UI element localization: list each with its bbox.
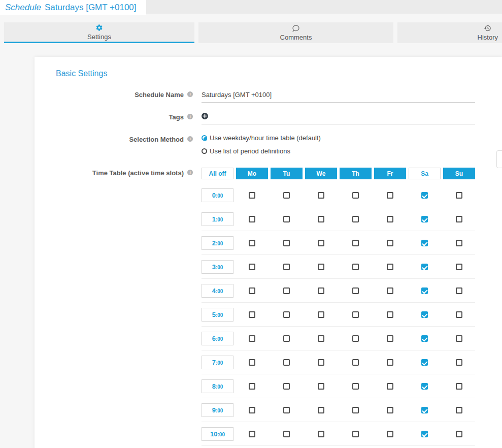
time-slot-button[interactable]: 3:00 (202, 260, 233, 274)
timeslot-checkbox[interactable] (421, 311, 428, 318)
timeslot-checkbox[interactable] (352, 407, 359, 413)
timeslot-checkbox[interactable] (318, 264, 324, 270)
info-icon[interactable] (187, 170, 193, 175)
timeslot-checkbox[interactable] (283, 311, 290, 318)
timeslot-checkbox[interactable] (283, 383, 290, 390)
info-icon[interactable] (187, 136, 193, 142)
timeslot-checkbox[interactable] (352, 383, 359, 390)
timeslot-checkbox[interactable] (387, 192, 393, 199)
day-toggle-tu[interactable]: Tu (271, 168, 303, 179)
timeslot-checkbox[interactable] (283, 287, 290, 294)
timeslot-checkbox[interactable] (421, 192, 428, 199)
timeslot-checkbox[interactable] (352, 192, 359, 199)
tags-input-area[interactable] (202, 112, 475, 125)
timeslot-checkbox[interactable] (318, 383, 324, 390)
timeslot-checkbox[interactable] (249, 311, 255, 318)
day-toggle-th[interactable]: Th (340, 168, 372, 179)
timeslot-checkbox[interactable] (318, 335, 324, 342)
timeslot-checkbox[interactable] (456, 383, 462, 390)
timeslot-checkbox[interactable] (352, 431, 359, 437)
radio-option-periods[interactable]: Use list of period definitions (202, 147, 475, 155)
timeslot-checkbox[interactable] (318, 359, 324, 366)
timeslot-checkbox[interactable] (318, 407, 324, 413)
timeslot-checkbox[interactable] (318, 216, 324, 222)
timeslot-checkbox[interactable] (456, 240, 462, 246)
day-toggle-sa[interactable]: Sa (409, 168, 441, 179)
time-slot-button[interactable]: 0:00 (202, 188, 233, 202)
side-panel-handle[interactable] (496, 150, 502, 168)
timeslot-checkbox[interactable] (456, 311, 462, 318)
timeslot-checkbox[interactable] (283, 264, 290, 270)
timeslot-checkbox[interactable] (387, 240, 393, 246)
timeslot-checkbox[interactable] (387, 287, 393, 294)
timeslot-checkbox[interactable] (421, 383, 428, 390)
timeslot-checkbox[interactable] (421, 287, 428, 294)
timeslot-checkbox[interactable] (283, 407, 290, 413)
timeslot-checkbox[interactable] (249, 287, 255, 294)
timeslot-checkbox[interactable] (421, 216, 428, 222)
timeslot-checkbox[interactable] (318, 192, 324, 199)
timeslot-checkbox[interactable] (387, 264, 393, 270)
timeslot-checkbox[interactable] (249, 407, 255, 413)
timeslot-checkbox[interactable] (421, 335, 428, 342)
day-toggle-we[interactable]: We (305, 168, 337, 179)
timeslot-checkbox[interactable] (283, 335, 290, 342)
timeslot-checkbox[interactable] (249, 216, 255, 222)
radio-option-timetable[interactable]: Use weekday/hour time table (default) (202, 134, 475, 142)
schedule-name-input[interactable]: Saturdays [GMT +0100] (202, 89, 475, 103)
time-slot-button[interactable]: 5:00 (202, 308, 233, 322)
timeslot-checkbox[interactable] (352, 216, 359, 222)
timeslot-checkbox[interactable] (387, 311, 393, 318)
add-tag-button[interactable] (202, 113, 208, 121)
tab-settings[interactable]: Settings (4, 22, 194, 43)
timeslot-checkbox[interactable] (421, 240, 428, 246)
timeslot-checkbox[interactable] (283, 216, 290, 222)
timeslot-checkbox[interactable] (456, 407, 462, 413)
timeslot-checkbox[interactable] (387, 431, 393, 437)
day-toggle-fr[interactable]: Fr (374, 168, 406, 179)
timeslot-checkbox[interactable] (456, 431, 462, 437)
timeslot-checkbox[interactable] (249, 264, 255, 270)
timeslot-checkbox[interactable] (318, 240, 324, 246)
timeslot-checkbox[interactable] (387, 383, 393, 390)
day-toggle-mo[interactable]: Mo (236, 168, 268, 179)
time-slot-button[interactable]: 10:00 (202, 427, 233, 441)
timeslot-checkbox[interactable] (352, 240, 359, 246)
timeslot-checkbox[interactable] (318, 287, 324, 294)
timeslot-checkbox[interactable] (318, 431, 324, 437)
timeslot-checkbox[interactable] (387, 335, 393, 342)
timeslot-checkbox[interactable] (456, 192, 462, 199)
timeslot-checkbox[interactable] (283, 240, 290, 246)
tab-history[interactable]: History (397, 22, 502, 43)
timeslot-checkbox[interactable] (283, 359, 290, 366)
day-toggle-su[interactable]: Su (443, 168, 475, 179)
timeslot-checkbox[interactable] (421, 264, 428, 270)
timeslot-checkbox[interactable] (456, 287, 462, 294)
timeslot-checkbox[interactable] (387, 359, 393, 366)
time-slot-button[interactable]: 9:00 (202, 403, 233, 417)
timeslot-checkbox[interactable] (352, 335, 359, 342)
timeslot-checkbox[interactable] (387, 216, 393, 222)
timeslot-checkbox[interactable] (283, 431, 290, 437)
time-slot-button[interactable]: 1:00 (202, 212, 233, 226)
time-slot-button[interactable]: 4:00 (202, 284, 233, 298)
tab-comments[interactable]: Comments (198, 22, 393, 43)
timeslot-checkbox[interactable] (249, 192, 255, 199)
timeslot-checkbox[interactable] (249, 335, 255, 342)
all-off-button[interactable]: All off (202, 168, 233, 179)
timeslot-checkbox[interactable] (387, 407, 393, 413)
timeslot-checkbox[interactable] (249, 240, 255, 246)
timeslot-checkbox[interactable] (249, 431, 255, 437)
time-slot-button[interactable]: 6:00 (202, 332, 233, 345)
timeslot-checkbox[interactable] (352, 311, 359, 318)
info-icon[interactable] (187, 114, 193, 119)
timeslot-checkbox[interactable] (421, 407, 428, 413)
timeslot-checkbox[interactable] (249, 383, 255, 390)
timeslot-checkbox[interactable] (456, 335, 462, 342)
timeslot-checkbox[interactable] (249, 359, 255, 366)
timeslot-checkbox[interactable] (352, 264, 359, 270)
timeslot-checkbox[interactable] (352, 287, 359, 294)
timeslot-checkbox[interactable] (283, 192, 290, 199)
timeslot-checkbox[interactable] (318, 311, 324, 318)
timeslot-checkbox[interactable] (456, 216, 462, 222)
